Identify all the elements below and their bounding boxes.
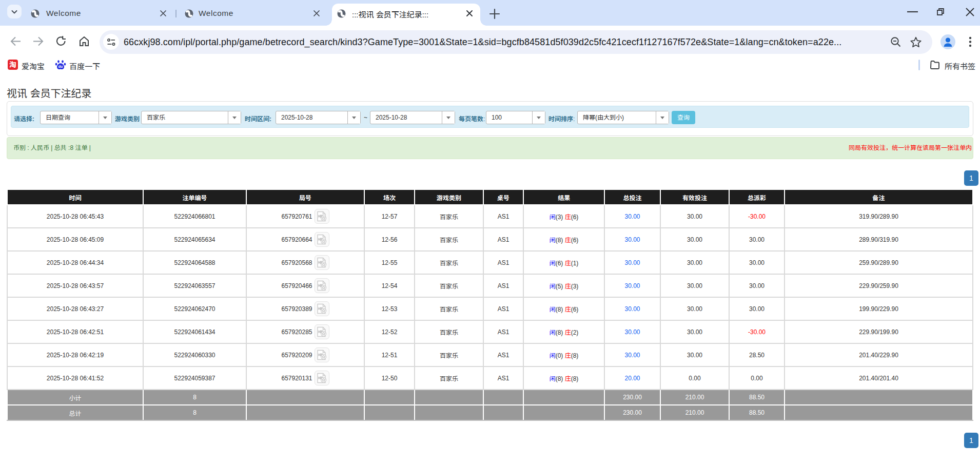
svg-text:du: du xyxy=(58,65,63,68)
